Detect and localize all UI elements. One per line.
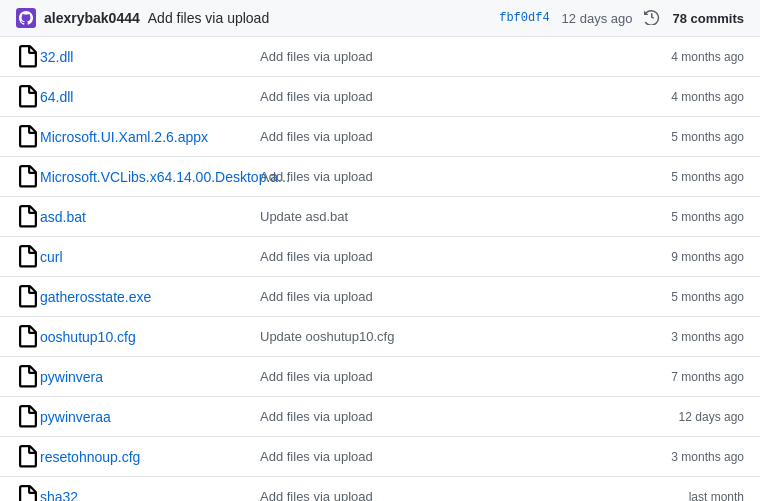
file-icon xyxy=(16,85,40,109)
file-name-link[interactable]: 32.dll xyxy=(40,49,73,65)
file-timestamp: 3 months ago xyxy=(604,450,744,464)
file-timestamp: last month xyxy=(604,490,744,502)
table-row: Microsoft.VCLibs.x64.14.00.Desktop.a... … xyxy=(0,157,760,197)
commits-count-link[interactable]: 78 commits xyxy=(672,11,744,26)
file-commit-msg: Add files via upload xyxy=(260,449,604,464)
file-icon xyxy=(16,245,40,269)
table-row: pywinveraa Add files via upload 12 days … xyxy=(0,397,760,437)
file-icon xyxy=(16,125,40,149)
header-right: fbf0df4 12 days ago 78 commits xyxy=(499,9,744,28)
file-timestamp: 7 months ago xyxy=(604,370,744,384)
file-name-cell: ooshutup10.cfg xyxy=(40,329,260,345)
file-icon xyxy=(16,405,40,429)
file-name-link[interactable]: gatherosstate.exe xyxy=(40,289,151,305)
file-commit-msg: Add files via upload xyxy=(260,489,604,501)
file-icon xyxy=(16,365,40,389)
commits-count: 78 commits xyxy=(672,11,744,26)
file-timestamp: 4 months ago xyxy=(604,50,744,64)
file-commit-msg: Add files via upload xyxy=(260,409,604,424)
file-commit-msg: Add files via upload xyxy=(260,129,604,144)
file-name-link[interactable]: resetohnoup.cfg xyxy=(40,449,140,465)
file-icon xyxy=(16,325,40,349)
file-commit-msg: Add files via upload xyxy=(260,289,604,304)
file-name-link[interactable]: ooshutup10.cfg xyxy=(40,329,136,345)
file-timestamp: 5 months ago xyxy=(604,290,744,304)
file-commit-msg: Add files via upload xyxy=(260,369,604,384)
header-left: alexrybak0444 Add files via upload xyxy=(16,8,491,28)
table-row: resetohnoup.cfg Add files via upload 3 m… xyxy=(0,437,760,477)
file-timestamp: 3 months ago xyxy=(604,330,744,344)
file-timestamp: 5 months ago xyxy=(604,170,744,184)
commit-message: Add files via upload xyxy=(148,10,269,26)
file-timestamp: 5 months ago xyxy=(604,210,744,224)
table-row: sha32 Add files via upload last month xyxy=(0,477,760,501)
file-name-link[interactable]: curl xyxy=(40,249,63,265)
table-row: asd.bat Update asd.bat 5 months ago xyxy=(0,197,760,237)
file-name-cell: resetohnoup.cfg xyxy=(40,449,260,465)
table-row: 64.dll Add files via upload 4 months ago xyxy=(0,77,760,117)
file-name-cell: Microsoft.UI.Xaml.2.6.appx xyxy=(40,129,260,145)
file-name-link[interactable]: pywinvera xyxy=(40,369,103,385)
file-name-cell: gatherosstate.exe xyxy=(40,289,260,305)
table-row: ooshutup10.cfg Update ooshutup10.cfg 3 m… xyxy=(0,317,760,357)
file-timestamp: 9 months ago xyxy=(604,250,744,264)
repo-header: alexrybak0444 Add files via upload fbf0d… xyxy=(0,0,760,37)
file-name-link[interactable]: sha32 xyxy=(40,489,78,502)
commit-time: 12 days ago xyxy=(562,11,633,26)
file-commit-msg: Add files via upload xyxy=(260,169,604,184)
file-name-cell: asd.bat xyxy=(40,209,260,225)
file-list: 32.dll Add files via upload 4 months ago… xyxy=(0,37,760,501)
file-name-cell: sha32 xyxy=(40,489,260,502)
history-icon xyxy=(644,9,660,28)
file-commit-msg: Add files via upload xyxy=(260,89,604,104)
file-name-cell: 64.dll xyxy=(40,89,260,105)
file-name-cell: pywinvera xyxy=(40,369,260,385)
file-commit-msg: Add files via upload xyxy=(260,49,604,64)
file-name-link[interactable]: pywinveraa xyxy=(40,409,111,425)
file-icon xyxy=(16,485,40,502)
file-commit-msg: Update ooshutup10.cfg xyxy=(260,329,604,344)
file-icon xyxy=(16,445,40,469)
file-timestamp: 12 days ago xyxy=(604,410,744,424)
file-name-link[interactable]: Microsoft.VCLibs.x64.14.00.Desktop.a... xyxy=(40,169,290,185)
commit-hash-link[interactable]: fbf0df4 xyxy=(499,11,549,25)
file-commit-msg: Add files via upload xyxy=(260,249,604,264)
file-icon xyxy=(16,205,40,229)
file-name-cell: 32.dll xyxy=(40,49,260,65)
file-commit-msg: Update asd.bat xyxy=(260,209,604,224)
file-icon xyxy=(16,165,40,189)
user-avatar xyxy=(16,8,36,28)
file-icon xyxy=(16,45,40,69)
file-name-cell: Microsoft.VCLibs.x64.14.00.Desktop.a... xyxy=(40,169,260,185)
file-name-link[interactable]: 64.dll xyxy=(40,89,73,105)
file-icon xyxy=(16,285,40,309)
table-row: pywinvera Add files via upload 7 months … xyxy=(0,357,760,397)
table-row: 32.dll Add files via upload 4 months ago xyxy=(0,37,760,77)
file-name-link[interactable]: Microsoft.UI.Xaml.2.6.appx xyxy=(40,129,208,145)
file-timestamp: 4 months ago xyxy=(604,90,744,104)
file-name-link[interactable]: asd.bat xyxy=(40,209,86,225)
commit-author[interactable]: alexrybak0444 xyxy=(44,10,140,26)
file-timestamp: 5 months ago xyxy=(604,130,744,144)
table-row: gatherosstate.exe Add files via upload 5… xyxy=(0,277,760,317)
file-name-cell: curl xyxy=(40,249,260,265)
table-row: curl Add files via upload 9 months ago xyxy=(0,237,760,277)
file-name-cell: pywinveraa xyxy=(40,409,260,425)
table-row: Microsoft.UI.Xaml.2.6.appx Add files via… xyxy=(0,117,760,157)
